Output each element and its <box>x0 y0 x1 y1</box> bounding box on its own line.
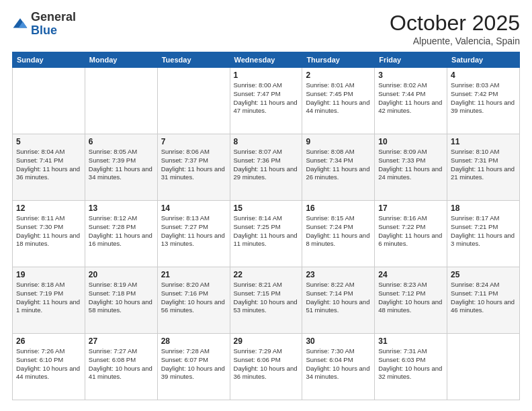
weekday-saturday: Saturday <box>447 52 520 68</box>
day-info: Sunrise: 8:09 AM Sunset: 7:33 PM Dayligh… <box>378 148 443 182</box>
day-cell: 2Sunrise: 8:01 AM Sunset: 7:45 PM Daylig… <box>302 68 375 134</box>
day-info: Sunrise: 8:02 AM Sunset: 7:44 PM Dayligh… <box>378 81 443 116</box>
day-number: 14 <box>161 203 226 213</box>
day-cell: 5Sunrise: 8:04 AM Sunset: 7:41 PM Daylig… <box>13 134 85 201</box>
week-row-3: 12Sunrise: 8:11 AM Sunset: 7:30 PM Dayli… <box>13 201 520 267</box>
day-number: 6 <box>89 137 154 146</box>
day-info: Sunrise: 8:10 AM Sunset: 7:31 PM Dayligh… <box>451 148 516 182</box>
weekday-tuesday: Tuesday <box>157 52 230 68</box>
day-number: 4 <box>451 71 516 80</box>
day-cell: 4Sunrise: 8:03 AM Sunset: 7:42 PM Daylig… <box>447 68 520 134</box>
day-number: 24 <box>378 270 443 279</box>
day-cell: 23Sunrise: 8:22 AM Sunset: 7:14 PM Dayli… <box>302 267 375 334</box>
day-number: 17 <box>378 203 443 213</box>
day-info: Sunrise: 8:14 AM Sunset: 7:25 PM Dayligh… <box>234 214 299 248</box>
day-cell: 18Sunrise: 8:17 AM Sunset: 7:21 PM Dayli… <box>447 201 520 267</box>
day-number: 19 <box>16 270 81 279</box>
day-info: Sunrise: 7:28 AM Sunset: 6:07 PM Dayligh… <box>161 347 226 381</box>
day-number: 15 <box>234 203 299 213</box>
day-number: 25 <box>451 270 516 279</box>
week-row-2: 5Sunrise: 8:04 AM Sunset: 7:41 PM Daylig… <box>13 134 520 201</box>
day-cell: 1Sunrise: 8:00 AM Sunset: 7:47 PM Daylig… <box>230 68 302 134</box>
day-number: 31 <box>378 336 443 346</box>
day-info: Sunrise: 8:13 AM Sunset: 7:27 PM Dayligh… <box>161 214 226 248</box>
title-section: October 2025 Alpuente, Valencia, Spain <box>390 11 520 46</box>
day-cell: 28Sunrise: 7:28 AM Sunset: 6:07 PM Dayli… <box>157 334 230 400</box>
weekday-sunday: Sunday <box>13 52 85 68</box>
day-cell: 22Sunrise: 8:21 AM Sunset: 7:15 PM Dayli… <box>230 267 302 334</box>
day-info: Sunrise: 7:30 AM Sunset: 6:04 PM Dayligh… <box>306 347 371 381</box>
day-cell: 29Sunrise: 7:29 AM Sunset: 6:06 PM Dayli… <box>230 334 302 400</box>
day-info: Sunrise: 8:21 AM Sunset: 7:15 PM Dayligh… <box>234 281 299 315</box>
day-cell: 11Sunrise: 8:10 AM Sunset: 7:31 PM Dayli… <box>447 134 520 201</box>
day-cell: 9Sunrise: 8:08 AM Sunset: 7:34 PM Daylig… <box>302 134 375 201</box>
week-row-1: 1Sunrise: 8:00 AM Sunset: 7:47 PM Daylig… <box>13 68 520 134</box>
day-number: 29 <box>234 336 299 346</box>
day-number: 21 <box>161 270 226 279</box>
day-number: 26 <box>16 336 81 346</box>
day-cell: 31Sunrise: 7:31 AM Sunset: 6:03 PM Dayli… <box>375 334 447 400</box>
day-info: Sunrise: 8:12 AM Sunset: 7:28 PM Dayligh… <box>89 214 154 248</box>
weekday-friday: Friday <box>375 52 447 68</box>
day-info: Sunrise: 7:31 AM Sunset: 6:03 PM Dayligh… <box>378 347 443 381</box>
day-info: Sunrise: 8:15 AM Sunset: 7:24 PM Dayligh… <box>306 214 371 248</box>
day-number: 16 <box>306 203 371 213</box>
weekday-header-row: SundayMondayTuesdayWednesdayThursdayFrid… <box>13 52 520 68</box>
day-cell: 21Sunrise: 8:20 AM Sunset: 7:16 PM Dayli… <box>157 267 230 334</box>
day-info: Sunrise: 8:07 AM Sunset: 7:36 PM Dayligh… <box>234 148 299 182</box>
week-row-5: 26Sunrise: 7:26 AM Sunset: 6:10 PM Dayli… <box>13 334 520 400</box>
day-info: Sunrise: 8:05 AM Sunset: 7:39 PM Dayligh… <box>89 148 154 182</box>
day-number: 8 <box>234 137 299 146</box>
day-cell: 20Sunrise: 8:19 AM Sunset: 7:18 PM Dayli… <box>85 267 157 334</box>
day-info: Sunrise: 8:19 AM Sunset: 7:18 PM Dayligh… <box>89 281 154 315</box>
day-number: 2 <box>306 71 371 80</box>
day-number: 13 <box>89 203 154 213</box>
day-cell: 26Sunrise: 7:26 AM Sunset: 6:10 PM Dayli… <box>13 334 85 400</box>
weekday-thursday: Thursday <box>302 52 375 68</box>
logo-general: General <box>31 11 76 24</box>
day-cell: 24Sunrise: 8:23 AM Sunset: 7:12 PM Dayli… <box>375 267 447 334</box>
day-cell: 16Sunrise: 8:15 AM Sunset: 7:24 PM Dayli… <box>302 201 375 267</box>
day-cell: 7Sunrise: 8:06 AM Sunset: 7:37 PM Daylig… <box>157 134 230 201</box>
day-info: Sunrise: 8:18 AM Sunset: 7:19 PM Dayligh… <box>16 281 81 315</box>
day-info: Sunrise: 8:20 AM Sunset: 7:16 PM Dayligh… <box>161 281 226 315</box>
weekday-wednesday: Wednesday <box>230 52 302 68</box>
day-number: 9 <box>306 137 371 146</box>
day-cell: 14Sunrise: 8:13 AM Sunset: 7:27 PM Dayli… <box>157 201 230 267</box>
location: Alpuente, Valencia, Spain <box>390 36 520 46</box>
day-info: Sunrise: 8:16 AM Sunset: 7:22 PM Dayligh… <box>378 214 443 248</box>
day-info: Sunrise: 8:22 AM Sunset: 7:14 PM Dayligh… <box>306 281 371 315</box>
logo-text: General Blue <box>31 11 76 38</box>
day-number: 12 <box>16 203 81 213</box>
month-title: October 2025 <box>390 11 520 36</box>
logo-icon <box>12 16 28 32</box>
day-info: Sunrise: 8:08 AM Sunset: 7:34 PM Dayligh… <box>306 148 371 182</box>
day-info: Sunrise: 8:17 AM Sunset: 7:21 PM Dayligh… <box>451 214 516 248</box>
day-number: 3 <box>378 71 443 80</box>
day-number: 30 <box>306 336 371 346</box>
day-number: 28 <box>161 336 226 346</box>
day-cell: 30Sunrise: 7:30 AM Sunset: 6:04 PM Dayli… <box>302 334 375 400</box>
day-cell: 10Sunrise: 8:09 AM Sunset: 7:33 PM Dayli… <box>375 134 447 201</box>
day-number: 11 <box>451 137 516 146</box>
calendar: SundayMondayTuesdayWednesdayThursdayFrid… <box>12 52 520 400</box>
day-cell: 25Sunrise: 8:24 AM Sunset: 7:11 PM Dayli… <box>447 267 520 334</box>
day-number: 10 <box>378 137 443 146</box>
day-cell <box>447 334 520 400</box>
day-info: Sunrise: 8:11 AM Sunset: 7:30 PM Dayligh… <box>16 214 81 248</box>
day-number: 27 <box>89 336 154 346</box>
day-cell: 6Sunrise: 8:05 AM Sunset: 7:39 PM Daylig… <box>85 134 157 201</box>
day-cell: 8Sunrise: 8:07 AM Sunset: 7:36 PM Daylig… <box>230 134 302 201</box>
week-row-4: 19Sunrise: 8:18 AM Sunset: 7:19 PM Dayli… <box>13 267 520 334</box>
day-cell <box>157 68 230 134</box>
day-cell: 15Sunrise: 8:14 AM Sunset: 7:25 PM Dayli… <box>230 201 302 267</box>
day-info: Sunrise: 7:26 AM Sunset: 6:10 PM Dayligh… <box>16 347 81 381</box>
page: General Blue October 2025 Alpuente, Vale… <box>0 0 532 411</box>
day-info: Sunrise: 7:27 AM Sunset: 6:08 PM Dayligh… <box>89 347 154 381</box>
day-cell: 3Sunrise: 8:02 AM Sunset: 7:44 PM Daylig… <box>375 68 447 134</box>
day-info: Sunrise: 8:01 AM Sunset: 7:45 PM Dayligh… <box>306 81 371 116</box>
day-cell <box>85 68 157 134</box>
day-number: 23 <box>306 270 371 279</box>
weekday-monday: Monday <box>85 52 157 68</box>
day-info: Sunrise: 8:00 AM Sunset: 7:47 PM Dayligh… <box>234 81 299 116</box>
